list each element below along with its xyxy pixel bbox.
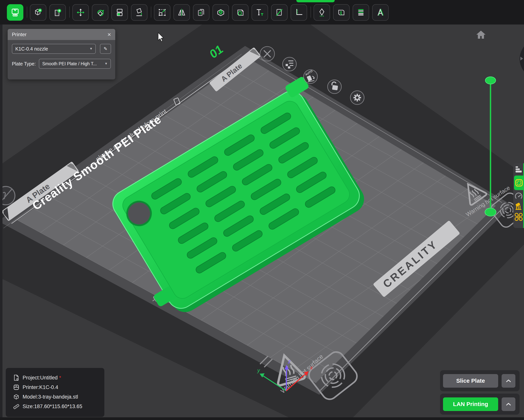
drill-hole-icon <box>236 8 245 17</box>
mouse-cursor <box>158 33 164 42</box>
measure-button[interactable] <box>291 4 307 21</box>
slider-handle-bottom[interactable] <box>485 208 496 216</box>
collapsed-panel-tab[interactable] <box>520 46 524 72</box>
add-primitive-icon <box>53 8 62 17</box>
printer-row: Printer:K1C-0.4 <box>13 383 104 392</box>
printer-name: Printer:K1C-0.4 <box>23 385 58 390</box>
auto-arrange-button[interactable] <box>111 4 128 21</box>
support-icon <box>515 202 523 210</box>
plate-type-label: Plate Type: <box>12 61 36 67</box>
toolbar-separator <box>27 7 27 18</box>
height-range-button[interactable] <box>353 4 369 21</box>
text-tool-icon <box>255 8 264 17</box>
text-tool-button[interactable] <box>252 4 268 21</box>
home-icon <box>476 30 486 39</box>
edit-printer-button[interactable]: ✎ <box>100 44 111 54</box>
main-toolbar <box>0 0 524 25</box>
size-row: Size:187.60*115.60*13.65 <box>13 402 104 411</box>
plate-type-select[interactable]: Smooth PEI Plate / High T... ▼ <box>39 59 111 69</box>
print-action-group: LAN Printing <box>440 394 520 415</box>
svg-text:x: x <box>310 365 313 371</box>
plate-type-value: Smooth PEI Plate / High T... <box>42 61 97 66</box>
clone-icon <box>197 8 206 17</box>
lay-flat-icon <box>135 8 144 17</box>
model-size: Size:187.60*115.60*13.65 <box>23 403 82 410</box>
viewport-3d[interactable]: please apply glue before print A Plate A… <box>0 20 524 420</box>
printer-select[interactable]: K1C-0.4 nozzle ▼ <box>12 44 96 54</box>
printer-panel-title: Printer <box>12 32 26 37</box>
add-model-icon <box>34 8 43 17</box>
rotate-icon <box>96 8 105 17</box>
svg-text:z: z <box>288 359 291 365</box>
cut-button[interactable] <box>271 4 288 21</box>
scale-icon <box>157 8 167 17</box>
seam-paint-button[interactable] <box>333 4 349 21</box>
plate-settings-button[interactable] <box>283 57 296 71</box>
letter-emboss-icon <box>376 8 385 17</box>
add-model-button[interactable] <box>30 4 46 21</box>
device-plate-button[interactable] <box>7 4 23 21</box>
speed-gauge-icon <box>515 192 523 200</box>
project-name: Project:Untitled <box>23 375 58 381</box>
toolbar-separator <box>151 7 151 18</box>
printer-panel: Printer × K1C-0.4 nozzle ▼ ✎ Plate Type:… <box>8 29 115 79</box>
move-button[interactable] <box>72 4 89 21</box>
slider-handle-top[interactable] <box>485 77 496 84</box>
support-button[interactable] <box>515 202 523 211</box>
pattern-button[interactable] <box>515 213 523 221</box>
auto-orient-button[interactable]: AUTO <box>304 69 317 83</box>
slice-options-button[interactable] <box>502 374 515 388</box>
layer-list-icon <box>515 166 523 173</box>
support-paint-button[interactable] <box>314 4 330 21</box>
file-icon <box>13 375 19 381</box>
mirror-button[interactable] <box>174 4 190 21</box>
pattern-clover-icon <box>515 213 523 221</box>
chevron-down-icon: ▼ <box>105 62 108 66</box>
mirror-icon <box>177 8 186 17</box>
cut-icon <box>275 8 284 17</box>
home-view-button[interactable] <box>476 30 486 40</box>
delete-plate-button[interactable] <box>260 46 275 61</box>
active-top-tab-indicator <box>296 0 335 2</box>
scale-button[interactable] <box>154 4 170 21</box>
add-primitive-button[interactable] <box>49 4 66 21</box>
skirt-brim-button[interactable] <box>514 175 524 190</box>
creality-print-window: { "colors": { "accent": "#17c940", "tray… <box>0 0 524 420</box>
layer-list-button[interactable] <box>515 165 523 174</box>
chevron-up-icon <box>506 402 511 406</box>
chevron-up-icon <box>506 379 511 382</box>
slice-plate-button[interactable]: Slice Plate <box>443 374 498 388</box>
cube-icon <box>13 394 19 400</box>
window-bottom-edge <box>0 417 524 420</box>
lay-flat-button[interactable] <box>131 4 148 21</box>
letter-emboss-button[interactable] <box>372 4 389 21</box>
move-icon <box>76 8 85 17</box>
rotate-button[interactable] <box>92 4 108 21</box>
merge-button[interactable] <box>212 4 229 21</box>
drill-hole-button[interactable] <box>232 4 248 21</box>
close-icon[interactable]: × <box>107 31 111 37</box>
device-plate-icon <box>10 8 20 17</box>
unsaved-indicator: * <box>59 375 61 381</box>
printer-select-value: K1C-0.4 nozzle <box>15 46 48 52</box>
support-paint-icon <box>317 8 326 17</box>
printer-icon <box>13 384 19 391</box>
skirt-brim-icon <box>515 179 523 187</box>
speed-gauge-button[interactable] <box>515 192 523 201</box>
print-options-button[interactable] <box>502 397 515 411</box>
toolbar-separator <box>311 7 311 18</box>
right-toolbar <box>513 163 524 228</box>
height-range-icon <box>356 8 366 17</box>
model-name: Model:3-tray-bandeja.stl <box>23 394 78 400</box>
window-left-edge <box>0 20 2 420</box>
slice-action-group: Slice Plate <box>440 370 520 391</box>
plate-gear-button[interactable] <box>350 91 364 105</box>
project-row: Project:Untitled * <box>13 373 104 383</box>
clone-button[interactable] <box>193 4 210 21</box>
lan-printing-button[interactable]: LAN Printing <box>443 397 498 411</box>
model-row: Model:3-tray-bandeja.stl <box>13 392 104 402</box>
lock-plate-button[interactable] <box>328 80 341 94</box>
pencil-icon: ✎ <box>104 46 107 52</box>
printer-panel-header[interactable]: Printer × <box>8 29 115 40</box>
auto-arrange-icon <box>115 8 124 17</box>
